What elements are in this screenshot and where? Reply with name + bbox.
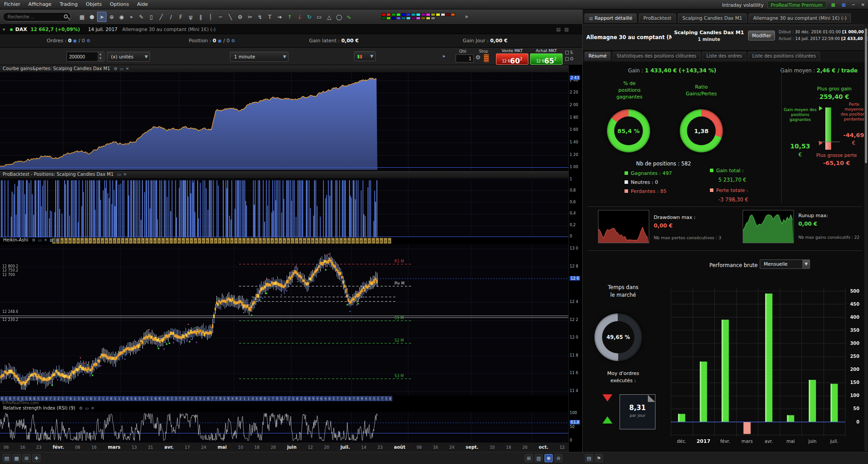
tab-liste-positions[interactable]: Liste des positions clôturées bbox=[748, 52, 820, 60]
scissors-icon[interactable]: ✂ bbox=[245, 12, 255, 22]
color-swatch[interactable] bbox=[416, 13, 421, 16]
zoom-out-icon[interactable]: ⊖ bbox=[554, 454, 562, 462]
orders-icon[interactable]: ◉ bbox=[73, 38, 77, 43]
color-swatch[interactable] bbox=[441, 13, 445, 16]
wave-icon[interactable]: ∿ bbox=[344, 12, 354, 22]
tab-resume[interactable]: Résumé bbox=[585, 52, 611, 60]
more-tools-icon[interactable]: » bbox=[462, 12, 471, 22]
color-swatch[interactable] bbox=[426, 13, 430, 16]
segment-icon[interactable]: ╲ bbox=[226, 12, 235, 22]
price-axis[interactable]: 2 402 202 001 801 601 401 201 002 4310,8… bbox=[568, 65, 582, 452]
color-swatch[interactable] bbox=[381, 13, 386, 16]
positions-chart[interactable] bbox=[0, 178, 568, 237]
rectangle-icon[interactable]: ▭ bbox=[314, 12, 324, 22]
horizontal-line-icon[interactable]: ─ bbox=[216, 12, 225, 22]
position-icon[interactable]: ◉ bbox=[218, 38, 222, 43]
window-icon[interactable]: ▭ bbox=[117, 172, 121, 177]
crosshair-icon[interactable]: ⌖ bbox=[127, 12, 136, 22]
color-swatch[interactable] bbox=[411, 13, 416, 16]
color-swatch[interactable] bbox=[421, 17, 425, 20]
color-swatch[interactable] bbox=[426, 17, 430, 20]
color-swatch[interactable] bbox=[391, 13, 396, 16]
order-checkbox-row[interactable]: O bbox=[565, 57, 573, 61]
chart-person-icon[interactable]: ⬢ bbox=[87, 12, 97, 22]
bookmark-icon[interactable]: ⚑ bbox=[595, 454, 603, 462]
order-qty-input[interactable] bbox=[456, 54, 474, 62]
trash-icon[interactable]: ▯ bbox=[146, 12, 156, 22]
color-swatch[interactable] bbox=[416, 17, 421, 20]
units-select[interactable]: (x) unités▼ bbox=[107, 52, 150, 62]
triangle-icon[interactable]: △ bbox=[324, 12, 334, 22]
color-swatch[interactable] bbox=[396, 17, 401, 20]
tab-probacktest[interactable]: ProBacktest bbox=[639, 13, 676, 22]
rsi-chart[interactable] bbox=[0, 412, 568, 442]
blue-chart-icon[interactable]: ▦ bbox=[840, 0, 847, 9]
chart-icon[interactable]: ▤ bbox=[3, 454, 11, 462]
color-swatch[interactable] bbox=[431, 17, 435, 20]
color-swatch[interactable] bbox=[386, 17, 391, 20]
buy-market-button[interactable]: 12 6652 bbox=[530, 54, 562, 65]
menu-item-objets[interactable]: Objets bbox=[82, 0, 106, 9]
minimize-icon[interactable]: ─ bbox=[851, 0, 856, 9]
lightning-icon[interactable]: ↯ bbox=[255, 12, 265, 22]
tab-liste-ordres[interactable]: Liste des ordres bbox=[702, 52, 746, 60]
color-swatch[interactable] bbox=[396, 13, 401, 16]
arrow-right-icon[interactable]: ➔ bbox=[275, 12, 284, 22]
equity-curve-chart[interactable] bbox=[0, 73, 568, 170]
zoom-in-icon[interactable]: ⊕ bbox=[545, 454, 553, 462]
stepper-arrows-icon[interactable]: ▲▼ bbox=[97, 52, 103, 61]
chart-type-button[interactable]: ▮▮▼ bbox=[354, 51, 376, 61]
quantity-input[interactable] bbox=[67, 52, 97, 61]
fibonacci-icon[interactable]: F bbox=[176, 12, 186, 22]
wrench-icon[interactable]: ⚙ bbox=[235, 12, 245, 22]
window-icon[interactable]: ▭ bbox=[38, 238, 42, 242]
close-icon[interactable]: ✕ bbox=[91, 406, 95, 410]
order-tools-icon[interactable]: ⚙ bbox=[475, 54, 481, 61]
color-swatch[interactable] bbox=[411, 17, 416, 20]
timeframe-select[interactable]: 1 minute▼ bbox=[230, 52, 288, 62]
tab-rapport-detaille[interactable]: ▤Rapport détaillé bbox=[585, 13, 637, 22]
wrench-icon[interactable]: ⚙ bbox=[114, 67, 117, 71]
wrench-icon[interactable]: ⚙ bbox=[32, 238, 35, 242]
chevron-down-icon[interactable]: ▾ bbox=[3, 25, 5, 34]
eye-icon[interactable]: ◉ bbox=[117, 12, 126, 22]
chart-icon[interactable]: ▤ bbox=[585, 454, 593, 462]
color-swatch[interactable] bbox=[401, 13, 406, 16]
checkbox-icon[interactable] bbox=[565, 51, 569, 54]
close-icon[interactable]: ✕ bbox=[126, 67, 129, 71]
tab-statistiques[interactable]: Statistiques des positions clôturées bbox=[613, 52, 700, 60]
ellipse-icon[interactable]: ◯ bbox=[334, 12, 344, 22]
color-swatch[interactable] bbox=[406, 17, 411, 20]
trendline-icon[interactable]: ∕ bbox=[166, 12, 176, 22]
color-swatch[interactable] bbox=[421, 13, 425, 16]
arrow-up-icon[interactable]: ↑ bbox=[285, 12, 294, 22]
stop-checkbox-row[interactable]: S bbox=[565, 50, 573, 55]
text-icon[interactable]: T bbox=[265, 12, 275, 22]
layers-icon[interactable]: ▤ bbox=[556, 25, 561, 34]
menu-item-trading[interactable]: Trading bbox=[56, 0, 82, 9]
close-icon[interactable]: ✕ bbox=[860, 0, 866, 9]
line-diagonal-icon[interactable]: ╱ bbox=[156, 12, 166, 22]
cursor-icon[interactable]: ➤ bbox=[97, 12, 106, 22]
search-input[interactable] bbox=[3, 12, 71, 22]
color-swatch[interactable] bbox=[401, 17, 406, 20]
chart-columns-icon[interactable]: ▥ bbox=[535, 454, 543, 462]
menu-item-fichier[interactable]: Fichier bbox=[0, 0, 24, 9]
grid-icon[interactable]: ⊞ bbox=[525, 454, 533, 462]
time-axis[interactable]: 061623févr.0816mars1321avr.1724mai101826… bbox=[0, 442, 568, 452]
loop-icon[interactable]: ↻ bbox=[305, 12, 314, 22]
menu-item-affichage[interactable]: Affichage bbox=[24, 0, 56, 9]
grid-icon[interactable]: ▦ bbox=[49, 238, 53, 242]
grid-icon[interactable]: ▦ bbox=[56, 238, 60, 242]
arrow-down-icon[interactable]: ↓ bbox=[295, 12, 304, 22]
color-swatch[interactable] bbox=[446, 13, 450, 16]
scrollbar-thumb[interactable] bbox=[865, 28, 867, 163]
pencil-icon[interactable]: ✎ bbox=[137, 12, 146, 22]
menu-item-options[interactable]: Options bbox=[106, 0, 133, 9]
menu-item-aide[interactable]: Aide bbox=[133, 0, 152, 9]
order-book-icon[interactable] bbox=[483, 54, 489, 62]
color-swatch[interactable] bbox=[436, 13, 440, 16]
zoom-plus-icon[interactable]: ⊕ bbox=[107, 12, 116, 22]
window-icon[interactable]: ▭ bbox=[120, 67, 124, 71]
close-icon[interactable]: ✕ bbox=[44, 238, 48, 242]
